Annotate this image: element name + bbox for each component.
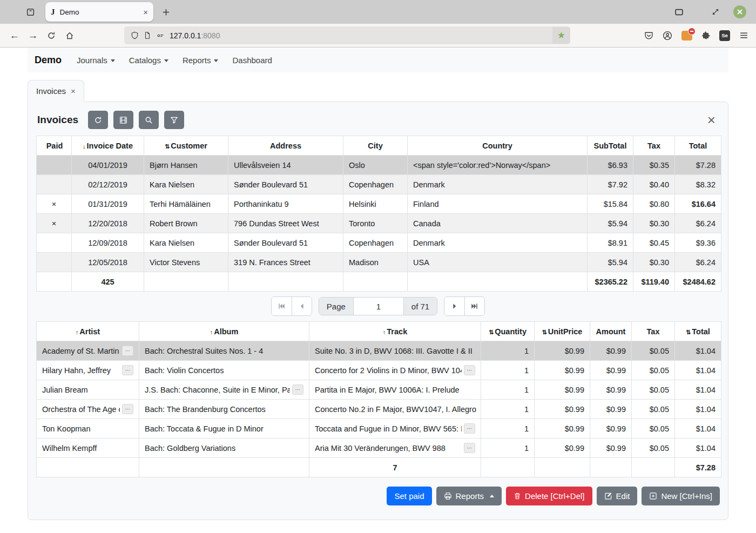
total-sum: $2484.62 [675,272,721,292]
invoice-row[interactable]: 12/05/2018 Victor Stevens 319 N. Frances… [37,253,721,272]
pagination: Page of 71 [36,296,720,316]
line-row[interactable]: Ton Koopman Bach: Toccata & Fugue in D M… [37,419,721,438]
shield-icon[interactable] [131,31,139,39]
extensions-puzzle-icon[interactable] [701,31,710,40]
account-icon[interactable] [663,31,672,41]
col-amount[interactable]: Amount [590,322,632,341]
col-address[interactable]: Address [228,136,343,156]
prev-page-button[interactable] [292,297,312,315]
col-unitprice[interactable]: ⇅UnitPrice [535,322,590,341]
col-total[interactable]: Total [675,136,721,156]
invoice-row[interactable]: 12/09/2018 Kara Nielsen Sønder Boulevard… [37,233,721,253]
page-info-icon[interactable] [144,31,151,39]
home-button[interactable] [60,27,79,44]
panel-close-icon[interactable]: × [704,113,719,127]
nav-reports[interactable]: Reports [183,56,219,65]
forward-button[interactable]: → [24,27,42,44]
col-customer[interactable]: ⇅Customer [144,136,228,156]
expand-cell-button[interactable]: ⋯ [122,365,133,375]
line-row[interactable]: Orchestra of The Age of⋯ Bach: The Brand… [37,400,721,419]
printer-icon [444,492,452,500]
set-paid-button[interactable]: Set paid [387,487,431,505]
sort-asc-icon: ↑ [76,329,79,335]
selenium-extension-icon[interactable]: Se [719,30,730,41]
line-row[interactable]: Julian Bream J.S. Bach: Chaconne, Suite … [37,380,721,400]
expand-cell-button[interactable]: ⋯ [464,365,475,375]
list-windows-icon[interactable] [674,8,684,17]
subtotal-sum: $2365.22 [588,272,633,292]
edit-button[interactable]: Edit [597,487,638,505]
col-invoice-date[interactable]: ↓Invoice Date [72,136,144,156]
sortable-icon: ⇅ [489,329,494,335]
tab-close-icon[interactable]: × [143,8,148,17]
invoice-count: 425 [72,272,144,292]
col-line-tax[interactable]: Tax [632,322,675,341]
columns-film-button[interactable] [113,111,133,129]
expand-cell-button[interactable]: ⋯ [122,346,133,356]
back-button[interactable]: ← [5,27,24,44]
search-button[interactable] [139,111,159,129]
col-country[interactable]: Country [408,136,588,156]
adblock-extension-icon[interactable] [681,31,692,41]
reports-button[interactable]: Reports [436,487,502,505]
col-subtotal[interactable]: SubTotal [588,136,633,156]
sort-asc-icon: ↑ [383,329,386,335]
new-tab-button[interactable] [162,8,170,16]
invoice-row[interactable]: 04/01/2019 Bjørn Hansen Ullevålsveien 14… [37,156,721,175]
expand-cell-button[interactable]: ⋯ [292,384,303,395]
maximize-button[interactable] [712,8,719,16]
col-line-total[interactable]: ⇅Total [675,322,721,341]
line-row[interactable]: Wilhelm Kempff Bach: Goldberg Variations… [37,438,721,458]
sort-desc-icon: ↓ [83,143,86,150]
col-quantity[interactable]: ⇅Quantity [481,322,535,341]
invoice-lines-table: ↑Artist ↑Album ↑Track ⇅Quantity ⇅UnitPri… [36,321,721,477]
app-brand[interactable]: Demo [35,55,62,66]
url-bar[interactable]: 127.0.0.1:8080 ★ [124,26,570,44]
invoices-footer-row: 425 $2365.22 $119.40 $2484.62 [37,272,721,292]
col-tax[interactable]: Tax [633,136,675,156]
invoices-table: Paid ↓Invoice Date ⇅Customer Address Cit… [36,136,721,292]
last-page-button[interactable] [464,297,484,315]
browser-tab[interactable]: J Demo × [45,2,153,22]
page-label: Page [319,298,353,315]
first-page-button[interactable] [272,297,292,315]
menu-hamburger-icon[interactable] [739,31,748,40]
nav-catalogs[interactable]: Catalogs [129,56,168,65]
invoice-row[interactable]: 02/12/2019 Kara Nielsen Sønder Boulevard… [37,175,721,194]
pocket-icon[interactable] [644,31,653,40]
panel-title: Invoices [37,114,78,126]
app-navbar: Demo Journals Catalogs Reports Dashboard [28,48,728,72]
tab-invoices[interactable]: Invoices × [28,80,84,102]
chevron-down-icon [164,59,168,62]
line-row[interactable]: Academy of St. Martin in⋯ Bach: Orchestr… [37,341,721,361]
col-paid[interactable]: Paid [37,136,72,156]
col-track[interactable]: ↑Track [309,322,481,341]
expand-cell-button[interactable]: ⋯ [464,423,475,434]
new-button[interactable]: New [Ctrl+Ins] [642,487,720,505]
invoice-row[interactable]: × 12/20/2018 Robert Brown 796 Dundas Str… [37,214,721,233]
url-text: 127.0.0.1:8080 [170,31,548,40]
firefox-view-icon[interactable] [23,4,38,19]
expand-cell-button[interactable]: ⋯ [122,404,133,414]
col-city[interactable]: City [343,136,408,156]
filter-button[interactable] [164,111,184,129]
trash-icon [514,492,521,500]
permissions-icon[interactable] [156,32,165,39]
delete-button[interactable]: Delete [Ctrl+Del] [506,487,592,505]
expand-cell-button[interactable]: ⋯ [464,443,475,453]
chevron-down-icon [111,59,115,62]
nav-dashboard[interactable]: Dashboard [232,56,272,65]
tab-invoices-close-icon[interactable]: × [71,86,76,96]
reload-button[interactable] [42,27,60,44]
invoice-row[interactable]: × 01/31/2019 Terhi Hämäläinen Porthanink… [37,194,721,214]
lines-total-sum: $7.28 [675,458,721,477]
col-artist[interactable]: ↑Artist [37,322,139,341]
bookmark-star-icon[interactable]: ★ [552,27,570,44]
line-row[interactable]: Hilary Hahn, Jeffrey⋯ Bach: Violin Conce… [37,361,721,380]
col-album[interactable]: ↑Album [139,322,309,341]
next-page-button[interactable] [444,297,464,315]
refresh-button[interactable] [88,111,108,129]
window-close-button[interactable] [733,5,746,18]
nav-journals[interactable]: Journals [77,56,115,65]
page-number-input[interactable] [353,298,404,315]
